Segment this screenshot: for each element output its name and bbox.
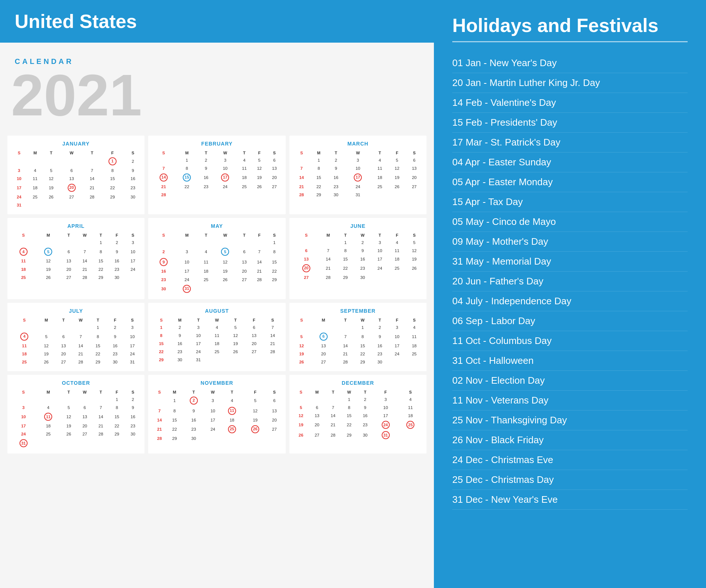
calendar-day: 24 bbox=[214, 183, 237, 191]
calendar-day: 17 bbox=[345, 172, 371, 183]
calendar-day bbox=[371, 191, 389, 199]
holiday-item: 26 Nov - Black Friday bbox=[452, 430, 688, 450]
calendar-day: 3 bbox=[373, 395, 398, 404]
calendar-day: 23 bbox=[199, 183, 214, 191]
calendar-day: 21 bbox=[325, 420, 341, 430]
calendar-day: 20 bbox=[237, 267, 252, 275]
calendar-day: 10 bbox=[175, 257, 199, 267]
calendar-day bbox=[267, 434, 282, 442]
calendar-day bbox=[293, 395, 309, 404]
calendar-day: 18 bbox=[199, 267, 214, 275]
cal-table: SMTWTFS123456789101112131415161718192021… bbox=[11, 232, 141, 281]
calendar-day: 13 bbox=[293, 255, 320, 263]
calendar-day: 22 bbox=[93, 265, 109, 273]
calendar-day: 27 bbox=[59, 193, 84, 201]
calendar-day: 3 bbox=[205, 395, 220, 406]
calendar-day: 3 bbox=[175, 247, 199, 257]
calendar-day: 18 bbox=[36, 422, 61, 430]
calendar-day: 5 bbox=[388, 156, 406, 164]
calendar-day: 10 bbox=[11, 412, 36, 422]
month-block-april: APRILSMTWTFS1234567891011121314151617181… bbox=[7, 218, 145, 299]
calendar-day: 22 bbox=[337, 263, 354, 273]
calendar-day: 11 bbox=[199, 257, 214, 267]
calendar-day: 16 bbox=[171, 340, 189, 348]
month-name: MAY bbox=[152, 223, 282, 229]
cal-table: SMTWTFS123456789101112131415161718192021… bbox=[152, 232, 282, 294]
calendar-day: 26 bbox=[38, 358, 55, 366]
calendar-day: 28 bbox=[337, 358, 354, 366]
calendar-day: 25 bbox=[388, 263, 406, 273]
calendar-day bbox=[337, 323, 354, 331]
calendar-day: 28 bbox=[252, 276, 267, 284]
calendar-day bbox=[38, 323, 55, 331]
calendar-day bbox=[36, 395, 61, 404]
calendar-day: 3 bbox=[214, 156, 237, 164]
calendar-day: 4 bbox=[27, 166, 43, 175]
calendar-day: 23 bbox=[171, 348, 189, 356]
calendar-day: 2 bbox=[371, 323, 389, 331]
calendar-day: 5 bbox=[214, 247, 237, 257]
month-block-november: NOVEMBERSMTWTFS1234567891011121314151617… bbox=[148, 375, 285, 453]
calendar-day: 12 bbox=[36, 257, 61, 265]
calendar-day: 2 bbox=[327, 156, 345, 164]
calendar-day: 19 bbox=[38, 350, 55, 358]
calendar-day: 18 bbox=[371, 172, 389, 183]
calendar-day: 27 bbox=[293, 273, 320, 282]
calendar-day: 21 bbox=[93, 422, 109, 430]
calendar-day: 7 bbox=[93, 404, 109, 412]
calendar-day: 10 bbox=[373, 404, 398, 412]
left-panel: United States CALENDAR 2021 JANUARYSMTWT… bbox=[0, 0, 434, 588]
month-block-october: OCTOBERSMTWTFS12345678910111213141516171… bbox=[7, 375, 145, 453]
holiday-item: 25 Dec - Christmas Day bbox=[452, 470, 688, 490]
month-name: MARCH bbox=[293, 141, 423, 147]
calendar-day: 30 bbox=[327, 191, 345, 199]
calendar-day: 7 bbox=[325, 404, 341, 412]
calendar-day: 7 bbox=[293, 164, 310, 172]
calendar-day: 3 bbox=[124, 323, 141, 331]
calendar-day: 23 bbox=[125, 183, 141, 193]
calendar-day: 20 bbox=[77, 422, 93, 430]
calendar-day: 13 bbox=[77, 412, 93, 422]
calendar-day bbox=[388, 358, 406, 366]
calendar-day: 25 bbox=[371, 183, 389, 191]
calendar-day: 16 bbox=[125, 175, 141, 183]
calendar-day: 19 bbox=[252, 172, 267, 183]
calendar-day: 4 bbox=[398, 395, 423, 404]
holidays-title: Holidays and Festivals bbox=[452, 15, 688, 37]
calendar-day: 24 bbox=[11, 430, 36, 438]
calendar-day: 27 bbox=[55, 358, 72, 366]
calendar-day: 29 bbox=[152, 356, 170, 364]
calendar-day: 18 bbox=[237, 172, 252, 183]
holiday-item: 02 Nov - Election Day bbox=[452, 371, 688, 391]
calendar-day bbox=[199, 191, 214, 199]
calendar-day: 8 bbox=[310, 164, 327, 172]
calendar-day: 28 bbox=[93, 430, 109, 438]
calendar-day: 30 bbox=[171, 356, 189, 364]
calendar-day: 24 bbox=[373, 420, 398, 430]
calendar-day: 20 bbox=[267, 416, 282, 424]
calendar-day: 12 bbox=[61, 412, 77, 422]
calendar-day: 9 bbox=[182, 406, 205, 416]
calendar-day bbox=[214, 284, 237, 294]
calendar-day: 11 bbox=[208, 331, 226, 340]
calendar-day: 10 bbox=[125, 247, 141, 257]
calendar-day: 7 bbox=[77, 247, 93, 257]
calendar-day: 2 bbox=[354, 239, 371, 247]
calendar-day: 14 bbox=[263, 331, 282, 340]
calendar-day: 14 bbox=[320, 255, 337, 263]
holiday-item: 01 Jan - New Year's Day bbox=[452, 53, 688, 73]
calendar-day: 15 bbox=[267, 257, 282, 267]
calendar-day: 21 bbox=[337, 350, 354, 358]
calendar-day: 1 bbox=[337, 239, 354, 247]
cal-table: SMTWTFS123456789101112131415161718192021… bbox=[11, 389, 141, 448]
calendar-day: 7 bbox=[337, 331, 354, 342]
calendar-day: 14 bbox=[152, 172, 175, 183]
calendar-day: 15 bbox=[337, 255, 354, 263]
calendar-day: 8 bbox=[100, 166, 125, 175]
calendar-day: 11 bbox=[11, 342, 38, 350]
calendar-day: 16 bbox=[371, 342, 389, 350]
calendar-day bbox=[175, 191, 199, 199]
calendar-day bbox=[93, 395, 109, 404]
calendar-day: 19 bbox=[214, 267, 237, 275]
calendar-day: 8 bbox=[175, 164, 199, 172]
